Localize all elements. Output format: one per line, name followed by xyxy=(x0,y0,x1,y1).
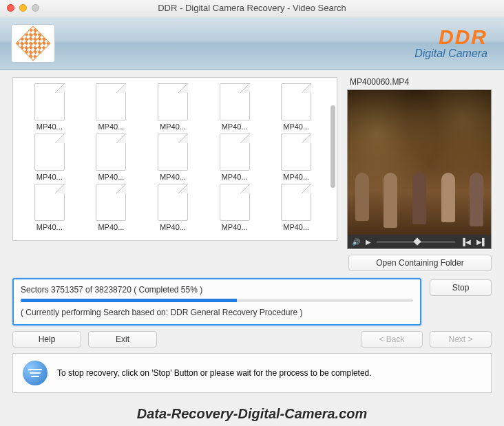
play-icon[interactable]: ▶ xyxy=(366,238,371,246)
window-title: DDR - Digital Camera Recovery - Video Se… xyxy=(0,3,504,13)
file-label: MP40... xyxy=(36,223,63,231)
file-panel-scrollbar[interactable] xyxy=(330,105,335,188)
next-button: Next > xyxy=(430,331,492,348)
file-icon xyxy=(34,83,65,120)
video-controls: 🔊 ▶ ▐◀ ▶▌ xyxy=(348,235,491,248)
file-label: MP40... xyxy=(222,223,248,231)
file-label: MP40... xyxy=(283,173,309,181)
file-label: MP40... xyxy=(160,173,186,181)
file-label: MP40... xyxy=(98,173,124,181)
file-label: MP40... xyxy=(36,173,63,181)
file-icon xyxy=(158,184,188,221)
file-item[interactable]: MP40... xyxy=(266,83,326,131)
file-label: MP40... xyxy=(160,123,186,131)
file-icon xyxy=(34,134,65,171)
prev-icon[interactable]: ▐◀ xyxy=(461,238,471,246)
file-item[interactable]: MP40... xyxy=(20,83,79,131)
file-item[interactable]: MP40... xyxy=(20,134,79,181)
file-item[interactable]: MP40... xyxy=(82,83,141,131)
info-icon xyxy=(23,361,48,385)
volume-icon[interactable]: 🔊 xyxy=(352,238,360,246)
progress-mode-text: ( Currently performing Search based on: … xyxy=(21,308,413,317)
file-label: MP40... xyxy=(222,123,248,131)
recovered-files-panel[interactable]: MP40...MP40...MP40...MP40...MP40...MP40.… xyxy=(12,77,337,241)
app-banner: DDR Digital Camera xyxy=(0,17,504,70)
file-icon xyxy=(158,83,188,120)
file-label: MP40... xyxy=(283,123,309,131)
file-item[interactable]: MP40... xyxy=(82,134,141,181)
file-item[interactable]: MP40... xyxy=(266,184,326,231)
file-label: MP40... xyxy=(98,123,124,131)
progress-bar xyxy=(21,299,413,302)
file-item[interactable]: MP40... xyxy=(266,134,326,181)
open-containing-folder-button[interactable]: Open Containing Folder xyxy=(348,255,492,271)
file-icon xyxy=(96,184,126,221)
file-item[interactable]: MP40... xyxy=(205,184,264,231)
help-button[interactable]: Help xyxy=(12,331,81,348)
exit-button[interactable]: Exit xyxy=(88,331,157,348)
file-icon xyxy=(281,134,311,171)
file-item[interactable]: MP40... xyxy=(143,134,202,181)
file-icon xyxy=(220,83,250,120)
file-icon xyxy=(96,134,126,171)
file-label: MP40... xyxy=(283,223,309,231)
stop-button[interactable]: Stop xyxy=(430,279,492,296)
watermark-text: Data-Recovery-Digital-Camera.com xyxy=(0,406,504,422)
progress-sectors-text: Sectors 3751357 of 38238720 ( Completed … xyxy=(21,285,413,295)
video-preview: 🔊 ▶ ▐◀ ▶▌ xyxy=(347,89,492,249)
next-icon[interactable]: ▶▌ xyxy=(476,238,487,246)
file-icon xyxy=(220,134,250,171)
file-item[interactable]: MP40... xyxy=(205,83,264,131)
file-item[interactable]: MP40... xyxy=(143,83,202,131)
file-icon xyxy=(220,184,250,221)
preview-filename: MP400060.MP4 xyxy=(347,77,492,87)
file-icon xyxy=(281,184,311,221)
file-icon xyxy=(281,83,311,120)
file-item[interactable]: MP40... xyxy=(143,184,202,231)
file-label: MP40... xyxy=(98,223,124,231)
brand-subtitle: Digital Camera xyxy=(414,47,487,60)
file-item[interactable]: MP40... xyxy=(205,134,264,181)
zoom-window-button xyxy=(32,4,39,12)
file-icon xyxy=(96,83,126,120)
hint-panel: To stop recovery, click on 'Stop' Button… xyxy=(12,353,492,393)
file-label: MP40... xyxy=(160,223,186,231)
file-icon xyxy=(34,184,65,221)
close-window-button[interactable] xyxy=(7,4,14,12)
titlebar: DDR - Digital Camera Recovery - Video Se… xyxy=(0,0,504,17)
minimize-window-button[interactable] xyxy=(19,4,27,12)
file-item[interactable]: MP40... xyxy=(20,184,79,231)
window-controls xyxy=(0,4,39,12)
hint-text: To stop recovery, click on 'Stop' Button… xyxy=(57,368,372,378)
back-button: < Back xyxy=(361,331,423,348)
progress-panel: Sectors 3751357 of 38238720 ( Completed … xyxy=(12,278,421,326)
file-label: MP40... xyxy=(36,123,63,131)
video-frame xyxy=(348,90,491,235)
brand-title: DDR xyxy=(414,25,487,49)
file-label: MP40... xyxy=(222,173,248,181)
app-logo-icon xyxy=(11,24,55,63)
file-item[interactable]: MP40... xyxy=(82,184,141,231)
video-seek-bar[interactable] xyxy=(377,241,455,243)
file-icon xyxy=(158,134,188,171)
